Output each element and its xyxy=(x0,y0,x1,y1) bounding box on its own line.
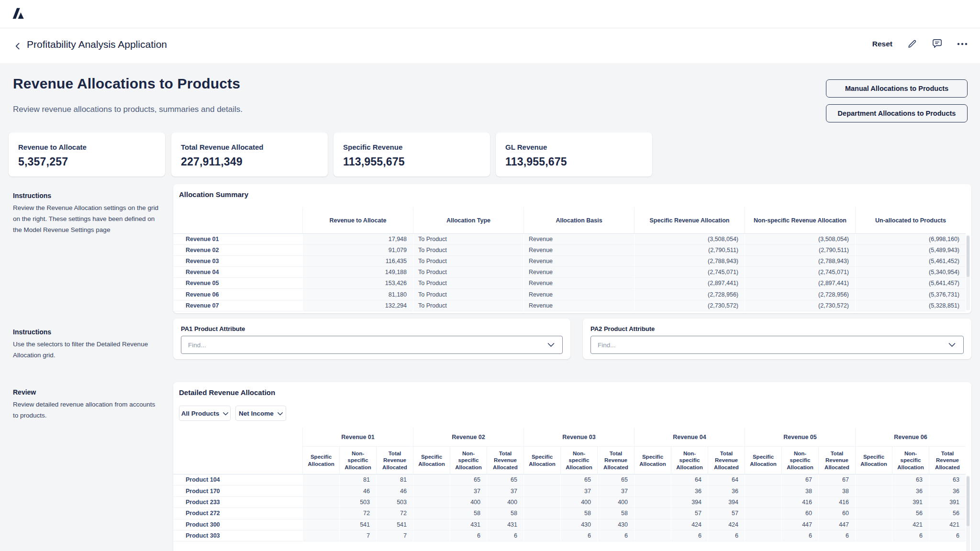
grid-cell[interactable]: 58 xyxy=(450,508,487,519)
grid-cell[interactable]: 416 xyxy=(781,497,818,508)
grid-cell[interactable]: (2,788,943) xyxy=(634,256,745,267)
grid-cell[interactable] xyxy=(523,519,560,530)
grid-cell[interactable]: 149,188 xyxy=(302,267,413,278)
grid-cell[interactable]: 37 xyxy=(560,485,597,496)
reset-button[interactable]: Reset xyxy=(872,40,892,48)
row-label[interactable]: Product 170 xyxy=(173,485,302,496)
grid-cell[interactable] xyxy=(634,474,671,485)
grid-cell[interactable]: To Product xyxy=(413,256,523,267)
grid-cell[interactable]: 421 xyxy=(892,519,929,530)
grid-cell[interactable] xyxy=(302,530,339,541)
grid-cell[interactable]: 541 xyxy=(339,519,376,530)
grid-cell[interactable]: (3,508,054) xyxy=(745,234,855,245)
grid-cell[interactable]: (2,730,572) xyxy=(745,300,855,311)
row-label[interactable]: Revenue 02 xyxy=(173,245,302,256)
grid-cell[interactable]: (2,745,071) xyxy=(745,267,855,278)
row-label[interactable]: Revenue 01 xyxy=(173,234,302,245)
grid-cell[interactable]: 430 xyxy=(560,519,597,530)
grid-cell[interactable]: Revenue xyxy=(523,234,634,245)
grid-cell[interactable]: 431 xyxy=(450,519,487,530)
grid-cell[interactable]: 6 xyxy=(892,530,929,541)
grid-cell[interactable]: 132,294 xyxy=(302,300,413,311)
grid-cell[interactable] xyxy=(745,474,781,485)
grid-cell[interactable]: 65 xyxy=(487,474,523,485)
grid-cell[interactable]: 38 xyxy=(818,485,855,496)
grid-cell[interactable]: 36 xyxy=(671,485,708,496)
grid-cell[interactable]: (2,897,441) xyxy=(634,278,745,289)
department-allocations-button[interactable]: Department Allocations to Products xyxy=(826,104,968,122)
grid-cell[interactable]: (2,745,071) xyxy=(634,267,745,278)
grid-cell[interactable]: To Product xyxy=(413,245,523,256)
grid-cell[interactable]: (2,790,511) xyxy=(634,245,745,256)
manual-allocations-button[interactable]: Manual Allocations to Products xyxy=(826,79,968,98)
grid-cell[interactable]: 17,948 xyxy=(302,234,413,245)
grid-cell[interactable]: Revenue xyxy=(523,245,634,256)
grid-cell[interactable]: 424 xyxy=(708,519,745,530)
row-label[interactable]: Product 104 xyxy=(173,474,302,485)
row-label[interactable]: Revenue 05 xyxy=(173,278,302,289)
grid-cell[interactable]: (5,489,943) xyxy=(855,245,966,256)
grid-cell[interactable]: 6 xyxy=(818,530,855,541)
grid-cell[interactable] xyxy=(855,497,892,508)
vertical-scrollbar[interactable] xyxy=(966,235,970,310)
grid-cell[interactable] xyxy=(413,530,450,541)
back-chevron-icon[interactable] xyxy=(12,41,23,51)
grid-cell[interactable] xyxy=(855,519,892,530)
grid-cell[interactable]: 60 xyxy=(781,508,818,519)
grid-cell[interactable]: (5,340,954) xyxy=(855,267,966,278)
anaplan-logo-icon[interactable] xyxy=(11,7,25,22)
grid-cell[interactable] xyxy=(413,519,450,530)
row-label[interactable]: Revenue 07 xyxy=(173,300,302,311)
grid-cell[interactable]: 400 xyxy=(450,497,487,508)
grid-cell[interactable]: 37 xyxy=(450,485,487,496)
grid-cell[interactable] xyxy=(413,485,450,496)
grid-cell[interactable]: 67 xyxy=(818,474,855,485)
grid-cell[interactable]: 72 xyxy=(339,508,376,519)
scrollbar-thumb[interactable] xyxy=(967,236,969,277)
line-item-filter-dropdown[interactable]: Net Income xyxy=(235,406,286,421)
grid-cell[interactable] xyxy=(302,519,339,530)
pa1-find-dropdown[interactable]: Find... xyxy=(181,336,563,354)
vertical-scrollbar[interactable] xyxy=(966,475,970,551)
grid-cell[interactable]: 421 xyxy=(929,519,966,530)
row-label[interactable]: Product 233 xyxy=(173,497,302,508)
grid-cell[interactable] xyxy=(413,497,450,508)
grid-cell[interactable]: 36 xyxy=(892,485,929,496)
grid-cell[interactable]: 58 xyxy=(560,508,597,519)
grid-cell[interactable] xyxy=(302,485,339,496)
grid-cell[interactable]: Revenue xyxy=(523,256,634,267)
grid-cell[interactable] xyxy=(634,508,671,519)
row-label[interactable]: Revenue 03 xyxy=(173,256,302,267)
grid-cell[interactable]: 400 xyxy=(560,497,597,508)
row-label[interactable]: Product 300 xyxy=(173,519,302,530)
grid-cell[interactable] xyxy=(745,497,781,508)
grid-cell[interactable]: Revenue xyxy=(523,289,634,300)
grid-cell[interactable] xyxy=(745,508,781,519)
grid-cell[interactable] xyxy=(634,497,671,508)
grid-cell[interactable] xyxy=(523,530,560,541)
grid-cell[interactable]: 46 xyxy=(376,485,413,496)
grid-cell[interactable]: (2,790,511) xyxy=(745,245,855,256)
grid-cell[interactable]: 503 xyxy=(376,497,413,508)
grid-cell[interactable]: Revenue xyxy=(523,300,634,311)
ellipsis-icon[interactable] xyxy=(957,43,968,45)
grid-cell[interactable]: 58 xyxy=(597,508,634,519)
grid-cell[interactable]: 6 xyxy=(781,530,818,541)
grid-cell[interactable]: 57 xyxy=(708,508,745,519)
grid-cell[interactable]: (5,376,731) xyxy=(855,289,966,300)
grid-cell[interactable]: 391 xyxy=(892,497,929,508)
grid-cell[interactable]: 6 xyxy=(929,530,966,541)
grid-cell[interactable]: 37 xyxy=(597,485,634,496)
grid-cell[interactable]: 430 xyxy=(597,519,634,530)
grid-cell[interactable]: (2,788,943) xyxy=(745,256,855,267)
comment-icon[interactable] xyxy=(932,39,943,49)
grid-cell[interactable]: 37 xyxy=(487,485,523,496)
products-filter-dropdown[interactable]: All Products xyxy=(179,406,231,421)
grid-cell[interactable]: 63 xyxy=(892,474,929,485)
grid-cell[interactable]: 91,079 xyxy=(302,245,413,256)
grid-cell[interactable] xyxy=(745,530,781,541)
grid-cell[interactable]: 64 xyxy=(708,474,745,485)
grid-cell[interactable]: (2,728,956) xyxy=(634,289,745,300)
grid-cell[interactable]: 400 xyxy=(597,497,634,508)
grid-cell[interactable]: (5,328,851) xyxy=(855,300,966,311)
